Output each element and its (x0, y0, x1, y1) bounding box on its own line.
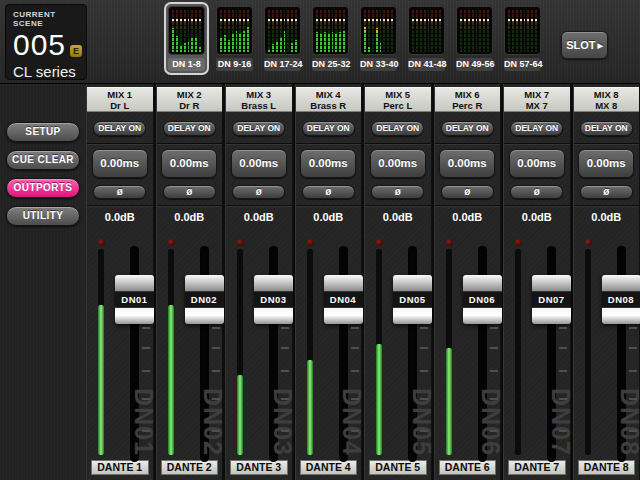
section-divider (365, 143, 431, 144)
channel-mix-label: MIX 5 (365, 90, 431, 100)
meter-bridge-tab[interactable]: DN 49-56 (452, 2, 497, 75)
sidebar-button-setup[interactable]: SETUP (6, 122, 80, 142)
channel-meter-fill (98, 305, 104, 455)
fader-cap-top (254, 275, 293, 292)
tab-meter-block (168, 6, 205, 55)
delay-time-button[interactable]: 0.00ms (161, 149, 217, 178)
fader-scale-tick (490, 398, 498, 400)
phase-button[interactable]: ø (302, 185, 355, 199)
fader-scale-tick (559, 370, 567, 372)
fader-cap[interactable]: DN07 (532, 275, 571, 324)
fader-cap-bottom (602, 307, 640, 324)
phase-button[interactable]: ø (232, 185, 285, 199)
fader-cap[interactable]: DN06 (463, 275, 502, 324)
channel-name-label: Brass R (296, 100, 362, 111)
fader-scale-tick (142, 370, 150, 372)
section-divider (574, 205, 640, 206)
channel-meter-fill (446, 348, 452, 455)
sidebar-button-cue-clear[interactable]: CUE CLEAR (6, 150, 80, 170)
meter-bar (176, 9, 178, 52)
fader-cap[interactable]: DN03 (254, 275, 293, 324)
fader-cap[interactable]: DN02 (185, 275, 224, 324)
peak-led-icon (307, 239, 314, 246)
meter-bridge-tab[interactable]: DN 57-64 (500, 2, 545, 75)
sidebar-button-outports[interactable]: OUTPORTS (6, 178, 80, 198)
phase-button[interactable]: ø (93, 185, 146, 199)
phase-button[interactable]: ø (510, 185, 563, 199)
delay-time-button[interactable]: 0.00ms (231, 149, 287, 178)
fader-cap[interactable]: DN05 (393, 275, 432, 324)
phase-button[interactable]: ø (163, 185, 216, 199)
channel-strip: MIX 1 Dr L DELAY ON 0.00ms ø 0.0dB DN01 … (86, 84, 154, 480)
meter-bridge-tab[interactable]: DN 1-8 (164, 2, 209, 75)
delay-time-button[interactable]: 0.00ms (370, 149, 426, 178)
channel-header[interactable]: MIX 7 MX 7 (504, 87, 570, 112)
meter-bar (280, 9, 282, 52)
delay-on-button[interactable]: DELAY ON (93, 121, 146, 136)
fader-scale-tick (490, 370, 498, 372)
fader-zone: DN04 DN04 (296, 227, 362, 458)
channel-header[interactable]: MIX 3 Brass L (226, 87, 292, 112)
channel-header[interactable]: MIX 5 Perc L (365, 87, 431, 112)
fader-cap-bottom (532, 307, 571, 324)
section-divider (296, 205, 362, 206)
meter-bar (220, 9, 222, 52)
tab-meter-block (216, 6, 253, 55)
fader-cap-label: DN05 (393, 292, 432, 307)
channel-header[interactable]: MIX 8 MX 8 (574, 87, 640, 112)
delay-on-button[interactable]: DELAY ON (510, 121, 563, 136)
channel-meter (307, 249, 313, 455)
slot-button[interactable]: SLOT▶ (561, 31, 608, 59)
fader-cap-top (393, 275, 432, 292)
delay-on-button[interactable]: DELAY ON (580, 121, 633, 136)
sidebar-button-utility[interactable]: UTILITY (6, 206, 80, 226)
meter-bridge-tab[interactable]: DN 9-16 (212, 2, 257, 75)
delay-time-button[interactable]: 0.00ms (300, 149, 356, 178)
meter-bar (272, 9, 274, 52)
channel-header[interactable]: MIX 4 Brass R (296, 87, 362, 112)
fader-cap-bottom (254, 307, 293, 324)
phase-button[interactable]: ø (441, 185, 494, 199)
current-scene-panel[interactable]: CURRENT SCENE 005 E CL series (5, 4, 87, 80)
channel-meter (376, 249, 382, 455)
meter-bridge-tab[interactable]: DN 17-24 (260, 2, 305, 75)
section-divider (435, 205, 501, 206)
meter-bar (368, 9, 370, 52)
channel-meter (237, 249, 243, 455)
fader-cap[interactable]: DN08 (602, 275, 640, 324)
delay-time-button[interactable]: 0.00ms (578, 149, 634, 178)
channel-header[interactable]: MIX 2 Dr R (157, 87, 223, 112)
delay-time-button[interactable]: 0.00ms (509, 149, 565, 178)
delay-on-button[interactable]: DELAY ON (232, 121, 285, 136)
fader-scale-tick (559, 327, 567, 329)
delay-time-button[interactable]: 0.00ms (439, 149, 495, 178)
meter-bridge-tab[interactable]: DN 25-32 (308, 2, 353, 75)
meter-bar (535, 9, 537, 52)
fader-cap[interactable]: DN01 (115, 275, 154, 324)
meter-bar (320, 9, 322, 52)
fader-scale-tick (281, 430, 289, 432)
current-scene-label: CURRENT SCENE (13, 10, 86, 28)
channel-header[interactable]: MIX 6 Perc R (435, 87, 501, 112)
fader-cap-bottom (463, 307, 502, 324)
channel-meter-fill (376, 344, 382, 455)
meter-bar (343, 9, 345, 52)
meter-bridge-tab[interactable]: DN 41-48 (404, 2, 449, 75)
meter-bar (284, 9, 286, 52)
delay-time-button[interactable]: 0.00ms (92, 149, 148, 178)
meter-bar (172, 9, 174, 52)
delay-on-button[interactable]: DELAY ON (302, 121, 355, 136)
channel-header[interactable]: MIX 1 Dr L (87, 87, 153, 112)
meter-bridge-tab[interactable]: DN 33-40 (356, 2, 401, 75)
fader-cap-label: DN08 (602, 292, 640, 307)
fader-scale-tick (420, 398, 428, 400)
delay-on-button[interactable]: DELAY ON (441, 121, 494, 136)
phase-button[interactable]: ø (371, 185, 424, 199)
fader-cap[interactable]: DN04 (324, 275, 363, 324)
delay-on-button[interactable]: DELAY ON (163, 121, 216, 136)
tab-label: DN 57-64 (504, 58, 541, 71)
fader-level-value: 0.0dB (365, 211, 431, 224)
delay-on-button[interactable]: DELAY ON (371, 121, 424, 136)
meter-bar (464, 9, 466, 52)
phase-button[interactable]: ø (580, 185, 633, 199)
